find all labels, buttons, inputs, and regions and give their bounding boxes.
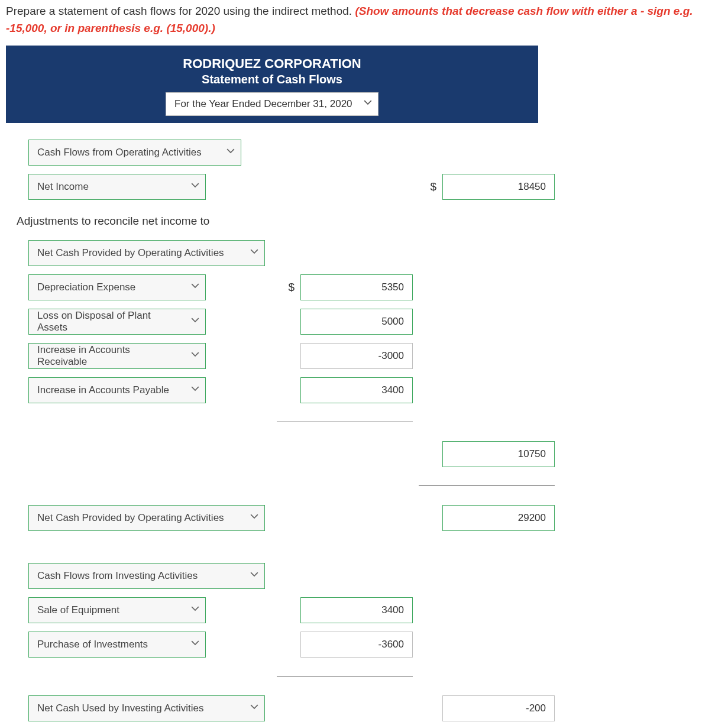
input-oa-total[interactable]: 29200: [442, 505, 555, 531]
input-depreciation[interactable]: 5350: [300, 274, 413, 300]
period-select[interactable]: For the Year Ended December 31, 2020: [166, 92, 378, 116]
select-cfi-header[interactable]: Cash Flows from Investing Activities: [28, 563, 265, 589]
input-sale-equip[interactable]: 3400: [300, 597, 413, 623]
input-inv-total[interactable]: -200: [442, 695, 555, 721]
select-net-income[interactable]: Net Income: [28, 174, 206, 200]
company-name: RODRIQUEZ CORPORATION: [6, 56, 538, 72]
input-inc-ap[interactable]: 3400: [300, 377, 413, 403]
input-inc-ar[interactable]: -3000: [300, 343, 413, 369]
statement-title: Statement of Cash Flows: [6, 73, 538, 86]
question-prompt: Prepare a statement of cash flows for 20…: [6, 2, 722, 37]
chevron-down-icon: [227, 148, 235, 157]
chevron-down-icon: [250, 514, 258, 522]
select-ncp-oa-total[interactable]: Net Cash Provided by Operating Activitie…: [28, 505, 265, 531]
chevron-down-icon: [191, 640, 199, 649]
chevron-down-icon: [250, 572, 258, 580]
input-loss-disposal[interactable]: 5000: [300, 309, 413, 335]
input-purch-inv[interactable]: -3600: [300, 632, 413, 658]
input-net-income[interactable]: 18450: [442, 174, 555, 200]
select-cfo-header[interactable]: Cash Flows from Operating Activities: [28, 140, 241, 166]
dollar-sign: $: [419, 180, 442, 193]
select-inc-ar[interactable]: Increase in Accounts Receivable: [28, 343, 206, 369]
select-sale-equip[interactable]: Sale of Equipment: [28, 597, 206, 623]
select-nc-used-inv[interactable]: Net Cash Used by Investing Activities: [28, 695, 265, 721]
prompt-text: Prepare a statement of cash flows for 20…: [6, 5, 355, 17]
chevron-down-icon: [191, 183, 199, 191]
select-loss-disposal[interactable]: Loss on Disposal of Plant Assets: [28, 309, 206, 335]
chevron-down-icon: [191, 283, 199, 292]
select-ncp-oa-label[interactable]: Net Cash Provided by Operating Activitie…: [28, 240, 265, 266]
chevron-down-icon: [191, 386, 199, 394]
dollar-sign: $: [277, 281, 300, 294]
chevron-down-icon: [250, 704, 258, 713]
select-purch-inv[interactable]: Purchase of Investments: [28, 632, 206, 658]
chevron-down-icon: [191, 606, 199, 614]
input-adjustments-total[interactable]: 10750: [442, 441, 555, 467]
chevron-down-icon: [191, 352, 199, 360]
chevron-down-icon: [364, 100, 372, 108]
period-label: For the Year Ended December 31, 2020: [174, 98, 354, 110]
select-inc-ap[interactable]: Increase in Accounts Payable: [28, 377, 206, 403]
statement-header: RODRIQUEZ CORPORATION Statement of Cash …: [6, 46, 538, 123]
chevron-down-icon: [250, 249, 258, 257]
adjustments-text: Adjustments to reconcile net income to: [17, 215, 277, 228]
chevron-down-icon: [191, 318, 199, 326]
select-depreciation[interactable]: Depreciation Expense: [28, 274, 206, 300]
